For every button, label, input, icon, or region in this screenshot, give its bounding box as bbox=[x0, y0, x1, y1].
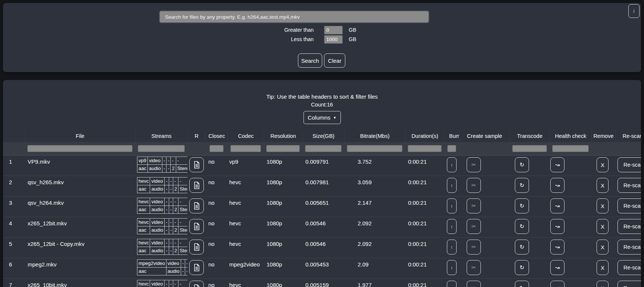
remove-button[interactable]: X bbox=[597, 240, 609, 254]
health-check-button[interactable]: ↝ bbox=[550, 219, 564, 234]
bump-button[interactable]: ↑ bbox=[447, 198, 457, 213]
files-table-panel: Tip: Use the table headers to sort & fil… bbox=[3, 80, 641, 287]
transcode-button[interactable]: ↻ bbox=[515, 157, 529, 172]
remove-button[interactable]: X bbox=[597, 219, 609, 234]
codec-value: hevc bbox=[228, 238, 264, 258]
document-icon bbox=[194, 161, 200, 169]
column-header-bump[interactable]: Bump bbox=[444, 130, 459, 142]
column-header-r[interactable]: R bbox=[187, 130, 205, 142]
closed-captions-value: no bbox=[205, 279, 228, 287]
create-sample-button[interactable]: ✂ bbox=[467, 219, 481, 234]
stream-attribute: - bbox=[165, 239, 169, 247]
health-check-button[interactable]: ↝ bbox=[550, 240, 564, 254]
columns-dropdown-button[interactable]: Columns ▼ bbox=[304, 111, 341, 124]
create-sample-button[interactable]: ✂ bbox=[467, 260, 481, 275]
file-info-button[interactable] bbox=[189, 157, 204, 172]
remove-button[interactable]: X bbox=[597, 157, 609, 172]
bump-button[interactable]: ↑ bbox=[447, 281, 457, 287]
create-sample-button[interactable]: ✂ bbox=[467, 281, 481, 287]
column-header-bitrate[interactable]: Bitrate(Mbs) bbox=[344, 130, 405, 142]
greater-than-input[interactable] bbox=[324, 26, 343, 34]
column-header-transcode[interactable]: Transcode bbox=[510, 130, 550, 142]
bump-button[interactable]: ↑ bbox=[447, 157, 457, 172]
stream-attribute: video bbox=[147, 157, 162, 165]
health-check-button[interactable]: ↝ bbox=[550, 281, 564, 287]
filter-input-health-check[interactable] bbox=[552, 145, 589, 152]
filter-input-bitrate[interactable] bbox=[347, 145, 402, 152]
duration-value: 0:00:21 bbox=[405, 155, 444, 176]
filter-input-transcode[interactable] bbox=[512, 145, 547, 152]
transcode-button[interactable]: ↻ bbox=[515, 219, 529, 234]
size-value: 0.00546 bbox=[302, 217, 344, 237]
bump-button[interactable]: ↑ bbox=[447, 178, 457, 193]
stream-attribute: - bbox=[165, 280, 169, 287]
column-header-rescan[interactable]: Re-scan bbox=[615, 130, 641, 142]
rescan-button[interactable]: Re-scan bbox=[617, 178, 641, 193]
rescan-button[interactable]: Re-scan bbox=[617, 240, 641, 254]
filter-input-bump[interactable] bbox=[447, 145, 456, 152]
streams-table: hevcvideo----aacaudio--2Stereo bbox=[137, 177, 187, 193]
less-than-input[interactable] bbox=[324, 35, 343, 44]
rescan-button[interactable]: Re-scan bbox=[617, 260, 641, 275]
stream-attribute: aac bbox=[137, 185, 150, 193]
file-info-button[interactable] bbox=[189, 281, 204, 287]
size-value: 0.00546 bbox=[302, 238, 344, 258]
health-check-button[interactable]: ↝ bbox=[550, 198, 564, 213]
health-check-button[interactable]: ↝ bbox=[550, 157, 564, 172]
duration-value: 0:00:21 bbox=[405, 238, 444, 258]
column-header-number[interactable] bbox=[3, 130, 25, 142]
column-header-duration[interactable]: Duration(s) bbox=[405, 130, 444, 142]
remove-button[interactable]: X bbox=[597, 281, 609, 287]
create-sample-button[interactable]: ✂ bbox=[467, 178, 481, 193]
column-header-size[interactable]: Size(GB) bbox=[302, 130, 344, 142]
file-info-button[interactable] bbox=[189, 198, 204, 213]
file-info-button[interactable] bbox=[189, 178, 204, 193]
filter-input-file[interactable] bbox=[27, 145, 133, 152]
column-header-file[interactable]: File bbox=[25, 130, 135, 142]
bump-button[interactable]: ↑ bbox=[447, 219, 457, 234]
stream-attribute: - bbox=[178, 198, 187, 206]
file-info-button[interactable] bbox=[189, 240, 204, 254]
transcode-button[interactable]: ↻ bbox=[515, 178, 529, 193]
health-check-button[interactable]: ↝ bbox=[550, 178, 564, 193]
filter-input-codec[interactable] bbox=[230, 145, 261, 152]
filter-input-duration[interactable] bbox=[408, 145, 442, 152]
rescan-button[interactable]: Re-scan bbox=[617, 281, 641, 287]
column-header-health-check[interactable]: Health check bbox=[550, 130, 591, 142]
stream-attribute: - bbox=[165, 219, 169, 226]
transcode-button[interactable]: ↻ bbox=[515, 281, 529, 287]
search-button[interactable]: Search bbox=[298, 53, 322, 68]
stream-attribute: - bbox=[169, 185, 173, 193]
transcode-button[interactable]: ↻ bbox=[515, 198, 529, 213]
column-header-remove[interactable]: Remove bbox=[591, 130, 615, 142]
filter-input-resolution[interactable] bbox=[266, 145, 300, 152]
info-button[interactable]: i bbox=[628, 4, 640, 18]
create-sample-button[interactable]: ✂ bbox=[467, 157, 481, 172]
filter-input-closed-captions[interactable] bbox=[209, 145, 224, 152]
create-sample-button[interactable]: ✂ bbox=[467, 240, 481, 254]
clear-button[interactable]: Clear bbox=[324, 53, 345, 68]
filter-input-size[interactable] bbox=[305, 145, 342, 152]
bump-button[interactable]: ↑ bbox=[447, 260, 457, 275]
search-input[interactable] bbox=[159, 10, 429, 23]
remove-button[interactable]: X bbox=[597, 198, 609, 213]
create-sample-button[interactable]: ✂ bbox=[467, 198, 481, 213]
rescan-button[interactable]: Re-scan bbox=[617, 157, 641, 172]
bump-button[interactable]: ↑ bbox=[447, 240, 457, 254]
remove-button[interactable]: X bbox=[597, 260, 609, 275]
transcode-button[interactable]: ↻ bbox=[515, 260, 529, 275]
column-header-resolution[interactable]: Resolution bbox=[264, 130, 302, 142]
column-header-closed-captions[interactable]: Closec bbox=[205, 130, 228, 142]
filter-input-streams[interactable] bbox=[138, 145, 185, 152]
column-header-create-sample[interactable]: Create sample bbox=[459, 130, 510, 142]
health-check-button[interactable]: ↝ bbox=[550, 260, 564, 275]
column-header-codec[interactable]: Codec bbox=[228, 130, 264, 142]
remove-button[interactable]: X bbox=[597, 178, 609, 193]
file-info-button[interactable] bbox=[189, 260, 204, 275]
rescan-button[interactable]: Re-scan bbox=[617, 219, 641, 234]
transcode-button[interactable]: ↻ bbox=[515, 240, 529, 254]
rescan-button[interactable]: Re-scan bbox=[617, 198, 641, 213]
stream-attribute: aac bbox=[137, 226, 150, 234]
column-header-streams[interactable]: Streams bbox=[135, 130, 187, 142]
file-info-button[interactable] bbox=[189, 219, 204, 234]
